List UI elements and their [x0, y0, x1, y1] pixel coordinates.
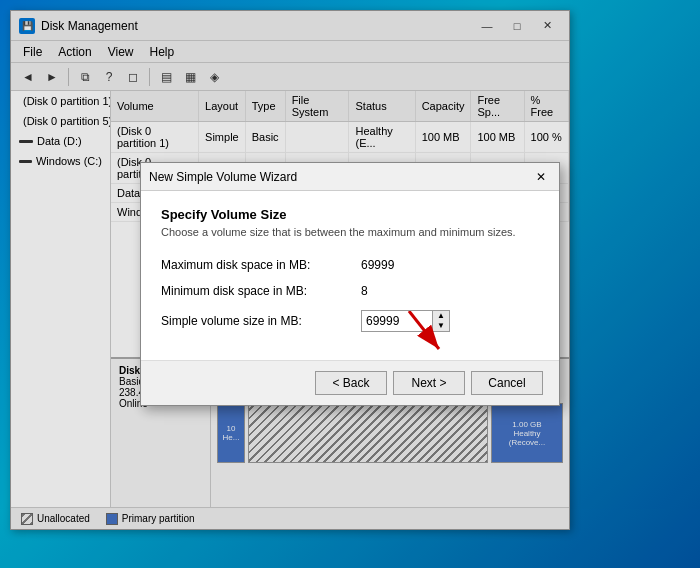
wizard-label-size: Simple volume size in MB: — [161, 314, 361, 328]
wizard-body: Specify Volume Size Choose a volume size… — [141, 191, 559, 360]
next-button[interactable]: Next > — [393, 371, 465, 395]
spinner-down[interactable]: ▼ — [433, 321, 449, 331]
wizard-footer: < Back Next > Cancel — [141, 360, 559, 405]
wizard-value-min: 8 — [361, 284, 368, 298]
wizard-close-button[interactable]: ✕ — [531, 168, 551, 186]
wizard-field-size: Simple volume size in MB: ▲ ▼ — [161, 310, 539, 332]
dialog-overlay: New Simple Volume Wizard ✕ Specify Volum… — [0, 0, 700, 568]
wizard-subtext: Choose a volume size that is between the… — [161, 226, 539, 238]
spinner-buttons: ▲ ▼ — [432, 311, 449, 331]
wizard-label-max: Maximum disk space in MB: — [161, 258, 361, 272]
wizard-title: New Simple Volume Wizard — [149, 170, 531, 184]
volume-size-input-wrap: ▲ ▼ — [361, 310, 450, 332]
volume-size-input[interactable] — [362, 312, 432, 330]
wizard-label-min: Minimum disk space in MB: — [161, 284, 361, 298]
spinner-up[interactable]: ▲ — [433, 311, 449, 321]
wizard-heading: Specify Volume Size — [161, 207, 539, 222]
cancel-button[interactable]: Cancel — [471, 371, 543, 395]
wizard-dialog: New Simple Volume Wizard ✕ Specify Volum… — [140, 162, 560, 406]
back-button[interactable]: < Back — [315, 371, 387, 395]
wizard-field-min: Minimum disk space in MB: 8 — [161, 284, 539, 298]
wizard-title-bar: New Simple Volume Wizard ✕ — [141, 163, 559, 191]
wizard-value-max: 69999 — [361, 258, 394, 272]
wizard-field-max: Maximum disk space in MB: 69999 — [161, 258, 539, 272]
